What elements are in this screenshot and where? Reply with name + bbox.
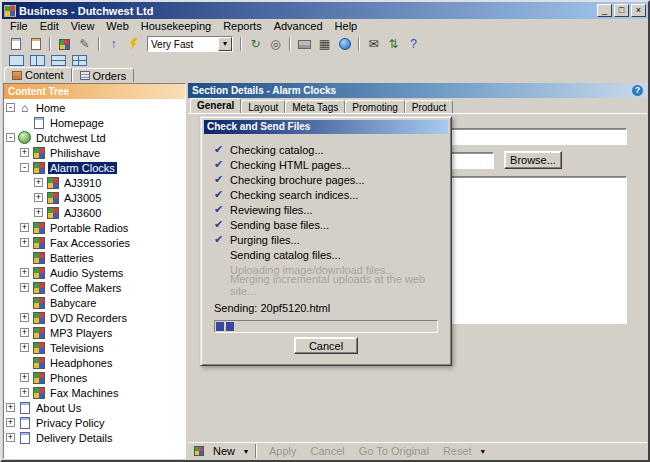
dialog-step-list: ✔Checking catalog...✔Checking HTML pages…: [204, 134, 448, 292]
print-button[interactable]: [295, 35, 314, 53]
edit-button[interactable]: ✎: [75, 35, 94, 53]
tree-expander[interactable]: -: [6, 133, 15, 142]
tree-expander[interactable]: +: [20, 268, 29, 277]
tree-expander[interactable]: +: [20, 313, 29, 322]
tree-expander[interactable]: +: [34, 178, 43, 187]
tree-item-dvd-recorders[interactable]: +DVD Recorders: [4, 310, 185, 325]
tree-item-home[interactable]: -⌂Home: [4, 100, 185, 115]
menu-advanced[interactable]: Advanced: [268, 19, 329, 34]
tree-item-televisions[interactable]: +Televisions: [4, 340, 185, 355]
tree-item-privacy-policy[interactable]: +Privacy Policy: [4, 415, 185, 430]
tree-item-babycare[interactable]: Babycare: [4, 295, 185, 310]
tab-content[interactable]: Content: [4, 67, 72, 82]
tree-item-audio-systems[interactable]: +Audio Systems: [4, 265, 185, 280]
menu-housekeeping[interactable]: Housekeeping: [135, 19, 217, 34]
tree-expander[interactable]: +: [6, 418, 15, 427]
tree-item-about-us[interactable]: +About Us: [4, 400, 185, 415]
dialog-cancel-button[interactable]: Cancel: [294, 337, 358, 354]
speed-combobox[interactable]: Very Fast▾: [147, 36, 233, 52]
tree-item-phones[interactable]: +Phones: [4, 370, 185, 385]
tree-item-alarm-clocks[interactable]: -Alarm Clocks: [4, 160, 185, 175]
reset-button[interactable]: Reset: [438, 445, 477, 457]
tree-expander[interactable]: -: [20, 163, 29, 172]
browse-button[interactable]: Browse...: [504, 151, 562, 169]
reports-button[interactable]: ▦: [315, 35, 334, 53]
tree-item-coffee-makers[interactable]: +Coffee Makers: [4, 280, 185, 295]
tab-promoting[interactable]: Promoting: [345, 100, 405, 113]
layout-grid-button[interactable]: [70, 54, 89, 67]
tree-expander[interactable]: +: [6, 433, 15, 442]
tree-expander[interactable]: -: [6, 103, 15, 112]
tree-item-portable-radios[interactable]: +Portable Radios: [4, 220, 185, 235]
edit-icon: ✎: [79, 37, 89, 51]
reset-dropdown-icon[interactable]: ▾: [481, 447, 485, 456]
tree-item-delivery-details[interactable]: +Delivery Details: [4, 430, 185, 445]
upload-icon: ↑: [111, 37, 117, 51]
tree-item-philishave[interactable]: +Philishave: [4, 145, 185, 160]
tree-item-mp3-players[interactable]: +MP3 Players: [4, 325, 185, 340]
tree-item-fax-machines[interactable]: +Fax Machines: [4, 385, 185, 400]
minimize-button[interactable]: _: [597, 4, 612, 17]
menu-view[interactable]: View: [65, 19, 101, 34]
titlebar[interactable]: Business - Dutchwest Ltd _□×: [2, 2, 648, 19]
tree-item-label: Phones: [48, 372, 89, 384]
new-section-button[interactable]: [6, 35, 25, 53]
maximize-button[interactable]: □: [614, 4, 629, 17]
tree-item-aj3910[interactable]: +AJ3910: [4, 175, 185, 190]
new-product-button[interactable]: [55, 35, 74, 53]
tab-general[interactable]: General: [190, 98, 241, 113]
tab-product[interactable]: Product: [405, 100, 453, 113]
apply-button[interactable]: Apply: [264, 445, 302, 457]
help-button[interactable]: ?: [632, 85, 643, 96]
web-button[interactable]: [335, 35, 354, 53]
tree-expander[interactable]: +: [6, 403, 15, 412]
tab-layout[interactable]: Layout: [241, 100, 285, 113]
menu-help[interactable]: Help: [329, 19, 364, 34]
layout-horizontal-split-button[interactable]: [49, 54, 68, 67]
go-to-original-button[interactable]: Go To Original: [354, 445, 434, 457]
tree-item-batteries[interactable]: Batteries: [4, 250, 185, 265]
sync-button[interactable]: ⇅: [384, 35, 403, 53]
tree-item-aj3600[interactable]: +AJ3600: [4, 205, 185, 220]
refresh-button[interactable]: ↻: [246, 35, 265, 53]
tree-expander[interactable]: +: [20, 223, 29, 232]
new-button[interactable]: New: [208, 445, 240, 457]
tree-expander[interactable]: +: [34, 193, 43, 202]
tree-expander[interactable]: +: [20, 343, 29, 352]
menu-web[interactable]: Web: [100, 19, 134, 34]
tree-expander[interactable]: +: [34, 208, 43, 217]
tree-item-headphones[interactable]: Headphones: [4, 355, 185, 370]
upload-button[interactable]: ↑: [104, 35, 123, 53]
tab-orders[interactable]: Orders: [72, 68, 135, 82]
close-button[interactable]: ×: [631, 4, 646, 17]
menu-reports[interactable]: Reports: [217, 19, 268, 34]
tree-expander[interactable]: +: [20, 283, 29, 292]
menu-file[interactable]: File: [4, 19, 34, 34]
new-page-button[interactable]: [26, 35, 45, 53]
new-dropdown-icon[interactable]: ▾: [244, 447, 248, 456]
tree-item-aj3005[interactable]: +AJ3005: [4, 190, 185, 205]
tree-item-fax-accessories[interactable]: +Fax Accessories: [4, 235, 185, 250]
combo-dropdown-icon[interactable]: ▾: [218, 37, 232, 51]
tree-expander[interactable]: +: [20, 148, 29, 157]
tab-meta-tags[interactable]: Meta Tags: [285, 100, 345, 113]
content-tree: -⌂HomeHomepage-Dutchwest Ltd+Philishave-…: [4, 99, 185, 458]
tree-item-label: Privacy Policy: [34, 417, 106, 429]
snapshot-button[interactable]: ◎: [266, 35, 285, 53]
help-button[interactable]: ?: [404, 35, 423, 53]
mail-button[interactable]: ✉: [364, 35, 383, 53]
tree-expander[interactable]: +: [20, 373, 29, 382]
toolbar-separator: [358, 37, 360, 51]
tree-expander[interactable]: +: [20, 388, 29, 397]
tree-expander[interactable]: +: [20, 328, 29, 337]
menu-edit[interactable]: Edit: [34, 19, 65, 34]
tree-item-homepage[interactable]: Homepage: [4, 115, 185, 130]
preview-button[interactable]: [124, 35, 143, 53]
mail-icon: ✉: [368, 37, 378, 51]
tree-item-dutchwest-ltd[interactable]: -Dutchwest Ltd: [4, 130, 185, 145]
dialog-title: Check and Send Files: [207, 121, 310, 132]
layout-single-button[interactable]: [7, 54, 26, 67]
layout-vertical-split-button[interactable]: [28, 54, 47, 67]
tree-expander[interactable]: +: [20, 238, 29, 247]
cancel-button[interactable]: Cancel: [306, 445, 350, 457]
